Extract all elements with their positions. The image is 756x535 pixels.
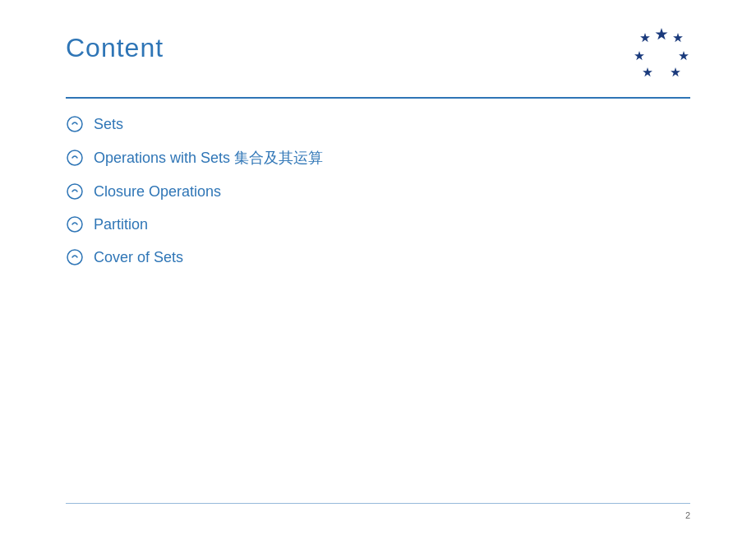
svg-marker-0	[656, 28, 668, 39]
list-label-1: Operations with Sets 集合及其运算	[94, 148, 323, 168]
page-number: 2	[685, 510, 690, 520]
slide-title: Content	[66, 33, 164, 63]
top-divider	[66, 97, 690, 99]
list-item-closure: Closure Operations	[66, 182, 323, 201]
bullet-icon-1	[66, 149, 84, 167]
list-label-4: Cover of Sets	[94, 249, 183, 266]
svg-point-7	[67, 117, 82, 131]
bullet-icon-3	[66, 215, 84, 233]
bottom-divider	[66, 503, 690, 504]
list-item-cover: Cover of Sets	[66, 248, 323, 266]
content-list: Sets Operations with Sets 集合及其运算 Closure…	[66, 115, 323, 281]
bullet-icon-4	[66, 248, 84, 266]
bullet-icon-2	[66, 182, 84, 201]
header-area: Content	[66, 25, 690, 82]
svg-point-8	[67, 150, 82, 165]
svg-marker-5	[671, 67, 680, 76]
stars-logo	[633, 25, 690, 82]
list-item-operations: Operations with Sets 集合及其运算	[66, 148, 323, 168]
list-item-sets: Sets	[66, 115, 323, 133]
svg-marker-4	[634, 51, 644, 60]
svg-marker-6	[643, 67, 652, 76]
slide: Content	[0, 0, 756, 535]
list-label-0: Sets	[94, 116, 123, 133]
svg-marker-3	[679, 51, 689, 60]
list-item-partition: Partition	[66, 215, 323, 233]
svg-marker-2	[640, 33, 650, 42]
svg-point-10	[67, 217, 82, 232]
list-label-2: Closure Operations	[94, 183, 221, 201]
svg-point-11	[67, 250, 82, 265]
svg-point-9	[67, 184, 82, 199]
svg-marker-1	[673, 33, 683, 42]
list-label-3: Partition	[94, 216, 148, 233]
bullet-icon-0	[66, 115, 84, 133]
